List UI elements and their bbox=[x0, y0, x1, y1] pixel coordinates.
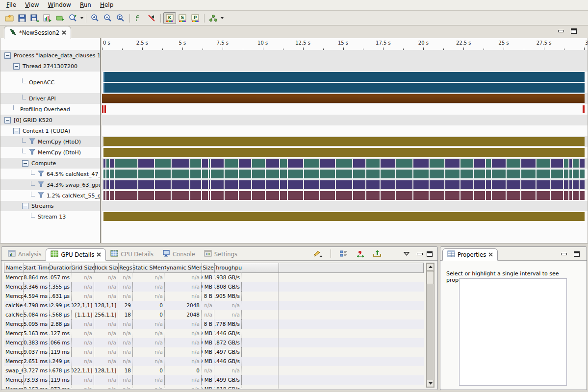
timeline-interval[interactable] bbox=[396, 191, 412, 200]
collapse-icon[interactable] bbox=[4, 52, 11, 59]
timeline-interval[interactable] bbox=[430, 170, 444, 178]
timeline-interval[interactable] bbox=[252, 159, 265, 168]
timeline-interval[interactable] bbox=[239, 159, 252, 168]
report-button[interactable] bbox=[41, 12, 54, 24]
table-row[interactable]: Memcpy155.163 ms1.127 msn/an/an/an/an/a9… bbox=[4, 329, 424, 338]
timeline-interval[interactable] bbox=[460, 159, 474, 168]
column-header-name[interactable]: Name bbox=[4, 263, 24, 272]
timeline-interval[interactable] bbox=[580, 170, 585, 178]
timeline-row-kernel-calcnext47[interactable]: 64.5% calcNext_47_... bbox=[0, 169, 588, 179]
timeline-interval[interactable] bbox=[551, 180, 563, 189]
timeline-interval[interactable] bbox=[280, 159, 287, 168]
timeline-row-openacc[interactable]: OpenACC bbox=[0, 72, 588, 93]
filter-icon[interactable] bbox=[38, 181, 44, 189]
timeline-interval[interactable] bbox=[564, 180, 568, 189]
timeline-interval[interactable] bbox=[106, 191, 109, 200]
timeline-row-grid-k520[interactable]: [0] GRID K520 bbox=[0, 115, 588, 125]
timeline-row-profiling-overhead[interactable]: Profiling Overhead bbox=[0, 104, 588, 115]
memcpy-interval-bar[interactable] bbox=[103, 212, 585, 221]
timeline-interval[interactable] bbox=[460, 180, 474, 189]
table-row[interactable]: Memcpy179.163 ms1.073 msn/an/an/an/an/a9… bbox=[4, 385, 424, 389]
segments-button[interactable] bbox=[54, 12, 67, 24]
timeline-interval[interactable] bbox=[366, 191, 380, 200]
timeline-interval[interactable] bbox=[225, 170, 238, 178]
timeline-interval[interactable] bbox=[190, 159, 202, 168]
timeline-interval[interactable] bbox=[110, 180, 114, 189]
table-row[interactable]: calcNext154.798 ms282.99 µs[1022,1,1][12… bbox=[4, 301, 424, 310]
timeline-interval[interactable] bbox=[564, 170, 568, 178]
timeline-interval[interactable] bbox=[573, 191, 579, 200]
timeline-interval[interactable] bbox=[474, 159, 485, 168]
timeline-interval[interactable] bbox=[202, 159, 207, 168]
timeline-interval[interactable] bbox=[413, 159, 429, 168]
timeline-interval[interactable] bbox=[172, 180, 189, 189]
timeline-interval[interactable] bbox=[492, 180, 506, 189]
tree-item-memcpy-htod[interactable]: MemCpy (HtoD) bbox=[0, 136, 100, 147]
timeline-interval[interactable] bbox=[209, 170, 210, 178]
memcpy-interval-bar[interactable] bbox=[103, 148, 585, 157]
timeline-interval[interactable] bbox=[569, 159, 571, 168]
timeline-interval[interactable] bbox=[172, 159, 189, 168]
timeline-row-compute[interactable]: Compute bbox=[0, 158, 588, 169]
tree-item-kernel-calcnext47[interactable]: 64.5% calcNext_47_... bbox=[0, 169, 100, 179]
timeline-interval[interactable] bbox=[445, 170, 460, 178]
tree-item-streams[interactable]: Streams bbox=[0, 201, 100, 211]
timeline-interval[interactable] bbox=[336, 180, 352, 189]
timeline-interval[interactable] bbox=[551, 159, 563, 168]
timeline-interval[interactable] bbox=[115, 159, 137, 168]
timeline-interval[interactable] bbox=[110, 159, 114, 168]
timeline-interval[interactable] bbox=[521, 191, 536, 200]
overhead-mark[interactable] bbox=[102, 105, 103, 113]
menu-view[interactable]: View bbox=[21, 0, 43, 10]
timeline-interval[interactable] bbox=[537, 191, 550, 200]
tree-item-memcpy-dtoh[interactable]: MemCpy (DtoH) bbox=[0, 147, 100, 158]
scroll-down-icon[interactable] bbox=[427, 380, 434, 387]
timeline-interval[interactable] bbox=[381, 191, 395, 200]
timeline-interval[interactable] bbox=[537, 180, 550, 189]
table-row[interactable]: Memcpy148.864 ms1.057 msn/an/an/an/an/a9… bbox=[4, 273, 424, 282]
timeline-interval[interactable] bbox=[366, 180, 380, 189]
timeline-interval[interactable] bbox=[209, 180, 210, 189]
timeline-interval[interactable] bbox=[474, 170, 485, 178]
timeline-interval[interactable] bbox=[573, 159, 579, 168]
timeline-row-kernel-swap63[interactable]: 34.3% swap_63_gpu bbox=[0, 179, 588, 190]
zoom-out-button[interactable] bbox=[102, 12, 114, 24]
marker-next-button[interactable] bbox=[132, 12, 145, 24]
big-caret-button[interactable] bbox=[400, 248, 413, 260]
timeline-interval[interactable] bbox=[103, 191, 105, 200]
timeline-interval[interactable] bbox=[106, 170, 109, 178]
collapse-icon[interactable] bbox=[13, 128, 20, 134]
chevron-down-icon[interactable] bbox=[80, 17, 83, 19]
timeline-interval[interactable] bbox=[239, 170, 252, 178]
timeline-row-driver-api[interactable]: Driver API bbox=[0, 93, 588, 104]
table-row[interactable]: Memcpy160.383 ms1.066 msn/an/an/an/an/a9… bbox=[4, 338, 424, 347]
tree-item-grid-k520[interactable]: [0] GRID K520 bbox=[0, 115, 100, 125]
timeline-interval[interactable] bbox=[396, 170, 412, 178]
timeline-interval[interactable] bbox=[573, 170, 579, 178]
timeline-interval[interactable] bbox=[209, 159, 210, 168]
timeline-interval[interactable] bbox=[474, 191, 485, 200]
timeline-interval[interactable] bbox=[155, 191, 171, 200]
tree-plot-divider[interactable] bbox=[100, 38, 102, 243]
units-button[interactable] bbox=[354, 248, 367, 260]
new-session-button[interactable] bbox=[3, 12, 16, 24]
driver-api-interval-bar[interactable] bbox=[102, 94, 585, 103]
minimize-icon[interactable] bbox=[558, 30, 564, 32]
timeline-interval[interactable] bbox=[492, 191, 506, 200]
table-row[interactable]: Memcpy153.346 ms62.355 µsn/an/an/an/an/a… bbox=[4, 282, 424, 292]
column-header-size[interactable]: Size bbox=[202, 263, 215, 272]
timeline-interval[interactable] bbox=[190, 180, 202, 189]
timeline-interval[interactable] bbox=[211, 170, 224, 178]
tab-analysis[interactable]: Analysis bbox=[3, 248, 46, 260]
timeline-interval[interactable] bbox=[445, 191, 460, 200]
marker-prev-button[interactable] bbox=[145, 12, 158, 24]
timeline-interval[interactable] bbox=[521, 180, 536, 189]
timeline-interval[interactable] bbox=[304, 191, 320, 200]
timeline-interval[interactable] bbox=[209, 191, 210, 200]
close-icon[interactable] bbox=[97, 252, 101, 257]
timeline-row-stream-13[interactable]: Stream 13 bbox=[0, 211, 588, 222]
filter-icon[interactable] bbox=[29, 138, 35, 146]
timeline-interval[interactable] bbox=[252, 191, 265, 200]
timeline-interval[interactable] bbox=[225, 159, 238, 168]
timeline-interval[interactable] bbox=[266, 191, 279, 200]
